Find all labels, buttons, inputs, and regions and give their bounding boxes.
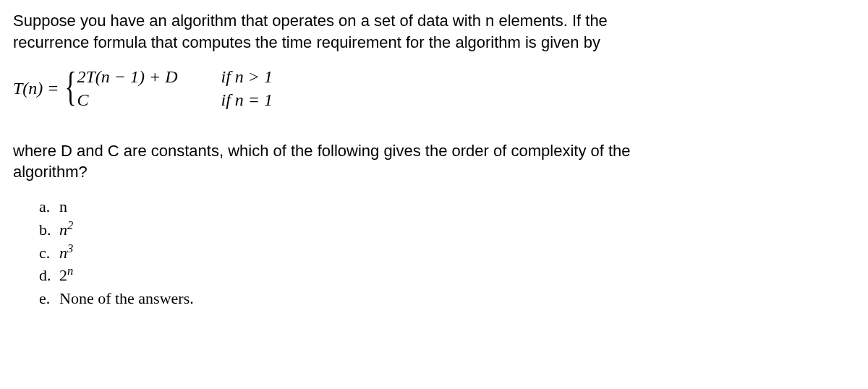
formula-conditions: if n > 1 if n = 1 [221, 66, 273, 111]
case1-expression: 2T(n − 1) + D [77, 66, 177, 88]
option-text: n2 [59, 219, 73, 241]
intro-line-2: recurrence formula that computes the tim… [13, 33, 600, 51]
option-c[interactable]: c. n3 [39, 242, 855, 264]
option-text: 2n [59, 265, 73, 286]
option-label: e. [39, 288, 59, 309]
intro-paragraph: Suppose you have an algorithm that opera… [13, 10, 855, 53]
case2-expression: C [77, 89, 177, 111]
intro-line-1: Suppose you have an algorithm that opera… [13, 12, 608, 30]
option-text: n [59, 196, 67, 218]
option-text: None of the answers. [59, 288, 194, 309]
option-e[interactable]: e. None of the answers. [39, 288, 855, 309]
case2-condition: if n = 1 [221, 89, 273, 111]
formula-lhs: T(n) = [13, 77, 59, 100]
option-label: d. [39, 265, 59, 286]
option-a[interactable]: a. n [39, 196, 855, 218]
formula-expressions: 2T(n − 1) + D C [77, 66, 177, 111]
question-paragraph: where D and C are constants, which of th… [13, 140, 855, 183]
question-line-2: algorithm? [13, 163, 88, 181]
option-d[interactable]: d. 2n [39, 265, 855, 286]
case1-condition: if n > 1 [221, 66, 273, 88]
option-text: n3 [59, 242, 73, 264]
option-label: a. [39, 196, 59, 218]
option-b[interactable]: b. n2 [39, 219, 855, 241]
recurrence-formula: T(n) = { 2T(n − 1) + D C if n > 1 if n =… [13, 66, 855, 111]
option-label: b. [39, 219, 59, 241]
option-label: c. [39, 242, 59, 264]
brace-icon: { [64, 69, 76, 105]
answer-options: a. n b. n2 c. n3 d. 2n e. None of the an… [13, 196, 855, 309]
question-line-1: where D and C are constants, which of th… [13, 142, 631, 160]
